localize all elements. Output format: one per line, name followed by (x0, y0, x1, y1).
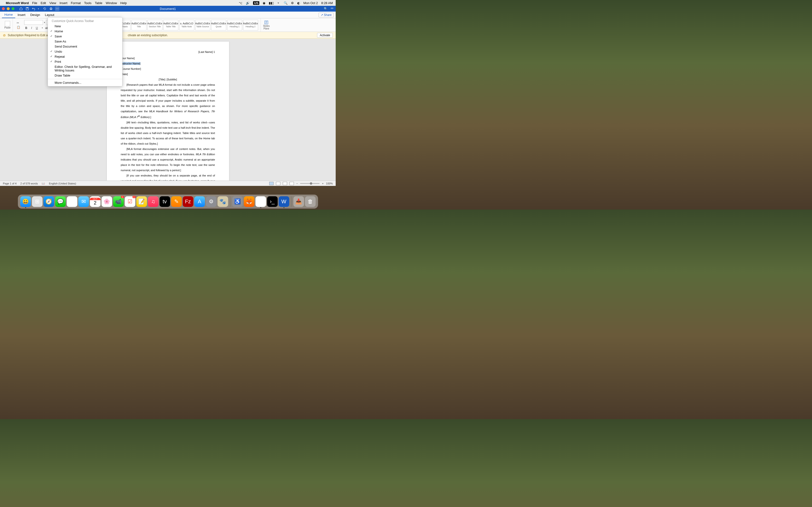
dock-tv[interactable]: tv (159, 196, 170, 207)
dock-mail[interactable]: ✉ (78, 196, 89, 207)
menu-file[interactable]: File (32, 1, 37, 5)
zoom-level[interactable]: 100% (326, 182, 333, 185)
style-table-source[interactable]: AaBbCcDdEeTable Source (195, 20, 210, 31)
input-source[interactable]: US (253, 1, 259, 5)
dropdown-item-save[interactable]: Save (48, 34, 122, 39)
menu-format[interactable]: Format (71, 1, 81, 5)
view-web-layout-button[interactable] (276, 182, 280, 185)
volume-icon[interactable]: 🔊 (246, 1, 250, 5)
share-button[interactable]: ↗ Share (318, 12, 334, 17)
dock-maps[interactable]: 🗺 (67, 196, 77, 207)
dropdown-item-undo[interactable]: Undo (48, 49, 122, 54)
qat-home-icon[interactable] (19, 6, 23, 11)
view-draft-button[interactable] (290, 182, 294, 185)
zoom-slider-thumb[interactable] (310, 182, 312, 185)
tab-home[interactable]: Home (2, 12, 15, 18)
view-print-layout-button[interactable] (269, 182, 273, 185)
qat-repeat-icon[interactable] (43, 6, 47, 11)
menubar-app-name[interactable]: Microsoft Word (6, 1, 29, 5)
dock-music[interactable]: ♫ (148, 196, 158, 207)
minimize-window-button[interactable] (7, 7, 10, 10)
qat-undo-dropdown-icon[interactable]: ▾ (36, 6, 41, 11)
tab-insert[interactable]: Insert (15, 12, 28, 18)
styles-pane-button[interactable]: StylesPane (260, 18, 270, 32)
dock-notes[interactable]: 📝 (136, 196, 147, 207)
dock-appstore[interactable]: A (194, 196, 205, 207)
style-table-title[interactable]: AaBbCcDdEeTable Title (163, 20, 179, 31)
spellcheck-icon[interactable]: 📖 (42, 182, 45, 185)
dropdown-item-more-commands[interactable]: More Commands... (48, 80, 122, 85)
style-heading-2[interactable]: AaBbCcDdEeHeading 2 (243, 20, 258, 31)
dropdown-item-save-as[interactable]: Save As (48, 39, 122, 44)
qat-undo-icon[interactable] (32, 6, 36, 11)
style-title[interactable]: AaBbCcDdEeTitle (132, 20, 146, 31)
maximize-window-button[interactable] (12, 7, 14, 10)
menubar-time[interactable]: 8:28 AM (321, 1, 333, 5)
dropdown-item-home[interactable]: Home (48, 29, 122, 34)
spotlight-icon[interactable]: 🔍 (284, 1, 288, 5)
dock-app-generic[interactable]: 🐾 (217, 196, 228, 207)
control-center-icon[interactable]: ⚙ (291, 1, 294, 5)
italic-button[interactable]: I (30, 26, 34, 30)
bluetooth-icon[interactable]: ⌥ (239, 1, 242, 5)
underline-button[interactable]: U (35, 26, 39, 30)
copy-icon[interactable]: 📋 (17, 25, 20, 29)
style-table-note[interactable]: a. AaBbCcDTable Note (179, 20, 194, 31)
dock-downloads[interactable]: 📥 (293, 196, 304, 207)
zoom-out-button[interactable]: − (296, 182, 298, 185)
zoom-in-button[interactable]: + (322, 182, 323, 185)
menu-edit[interactable]: Edit (41, 1, 46, 5)
status-language[interactable]: English (United States) (49, 182, 76, 185)
underline-dropdown-icon[interactable]: ▾ (40, 26, 45, 30)
menu-tools[interactable]: Tools (84, 1, 91, 5)
paste-button[interactable]: Paste (4, 21, 11, 29)
dock-photos[interactable]: 🌸 (101, 196, 112, 207)
menu-table[interactable]: Table (95, 1, 102, 5)
menu-help[interactable]: Help (120, 1, 127, 5)
view-outline-button[interactable] (283, 182, 287, 185)
dropdown-item-draw-table[interactable]: Draw Table (48, 73, 122, 78)
status-words[interactable]: 2 of 578 words (20, 182, 38, 185)
dropdown-item-repeat[interactable]: Repeat (48, 54, 122, 59)
menu-window[interactable]: Window (106, 1, 117, 5)
dock-reminders[interactable]: ☑1 (125, 196, 135, 207)
wifi-icon[interactable]: ᯤ (277, 1, 280, 5)
titlebar-search-icon[interactable]: 🔍 (324, 7, 327, 10)
dock-safari[interactable]: 🧭 (44, 196, 54, 207)
user-icon[interactable]: ◉ (263, 1, 265, 5)
dock-messages[interactable]: 💬 (55, 196, 66, 207)
dock-filezilla[interactable]: Fz (183, 196, 193, 207)
menu-view[interactable]: View (49, 1, 56, 5)
font-name-input[interactable] (24, 20, 43, 25)
zoom-slider[interactable] (300, 183, 319, 184)
status-page[interactable]: Page 1 of 4 (3, 182, 16, 185)
close-window-button[interactable] (2, 7, 5, 10)
menubar-date[interactable]: Mon Oct 2 (303, 1, 318, 5)
font-dropdown-icon[interactable]: ▾ (44, 21, 45, 24)
style-heading-1[interactable]: AaBbCcDdEeHeading 1 (227, 20, 242, 31)
dock-firefox[interactable]: 🦊 (244, 196, 254, 207)
dropdown-item-editor[interactable]: Editor. Check for Spelling, Grammar, and… (48, 64, 122, 73)
qat-customize-button[interactable]: ⋯ (55, 6, 59, 11)
dock-word[interactable]: W (278, 196, 289, 207)
dock-launchpad[interactable]: ⊞ (32, 196, 43, 207)
style-section-title[interactable]: AaBbCcDdEeSection Title (147, 20, 162, 31)
bold-button[interactable]: B (24, 26, 29, 30)
dropdown-item-new[interactable]: New (48, 24, 122, 29)
dock-calendar[interactable]: OCT2 (90, 196, 101, 207)
dock-facetime[interactable]: 📹1 (113, 196, 124, 207)
dock-settings[interactable]: ⚙ (206, 196, 216, 207)
dock-finder[interactable]: 😀 (20, 196, 31, 207)
style-quote[interactable]: AaBbCcDdEeQuote (211, 20, 226, 31)
siri-icon[interactable]: ◐ (297, 1, 300, 5)
titlebar-share-icon[interactable] (331, 7, 334, 10)
dock-trash[interactable]: 🗑 (305, 196, 316, 207)
qat-print-icon[interactable] (49, 6, 53, 11)
qat-save-icon[interactable] (25, 6, 30, 11)
activate-button[interactable]: Activate (317, 33, 333, 38)
battery-icon[interactable]: ▮▮▯ (269, 1, 274, 5)
dropdown-item-send-document[interactable]: Send Document (48, 44, 122, 49)
dock-accessibility[interactable]: ♿ (232, 196, 243, 207)
menu-insert[interactable]: Insert (59, 1, 67, 5)
dock-chrome[interactable]: ◉ (255, 196, 266, 207)
